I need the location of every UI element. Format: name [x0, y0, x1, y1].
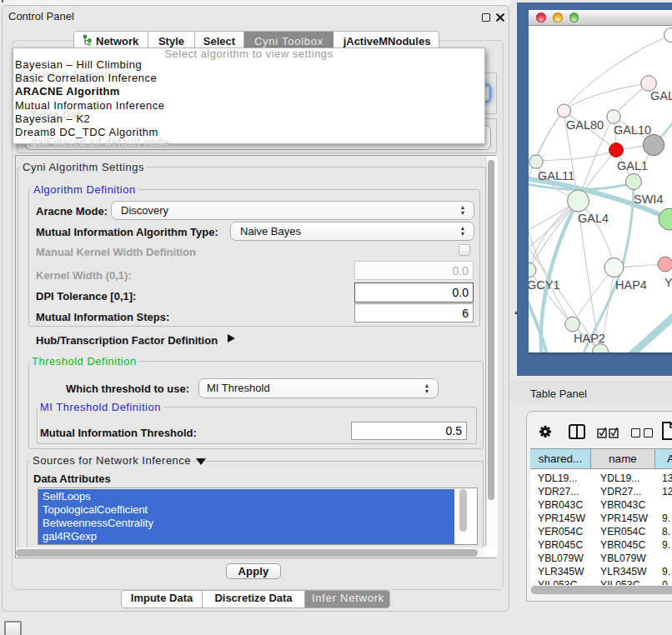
- svg-text:GAL4: GAL4: [578, 212, 609, 225]
- svg-text:GAL1: GAL1: [617, 159, 648, 172]
- svg-text:HAP2: HAP2: [574, 332, 605, 345]
- svg-text:HAP4: HAP4: [615, 278, 647, 292]
- svg-text:GAL: GAL: [650, 89, 672, 102]
- svg-text:Y: Y: [664, 276, 672, 289]
- svg-text:GAL11: GAL11: [538, 169, 574, 182]
- svg-text:GCY1: GCY1: [529, 278, 560, 292]
- svg-text:GAL10: GAL10: [614, 123, 651, 137]
- svg-text:GAL80: GAL80: [566, 118, 604, 132]
- svg-text:SWI4: SWI4: [634, 192, 663, 206]
